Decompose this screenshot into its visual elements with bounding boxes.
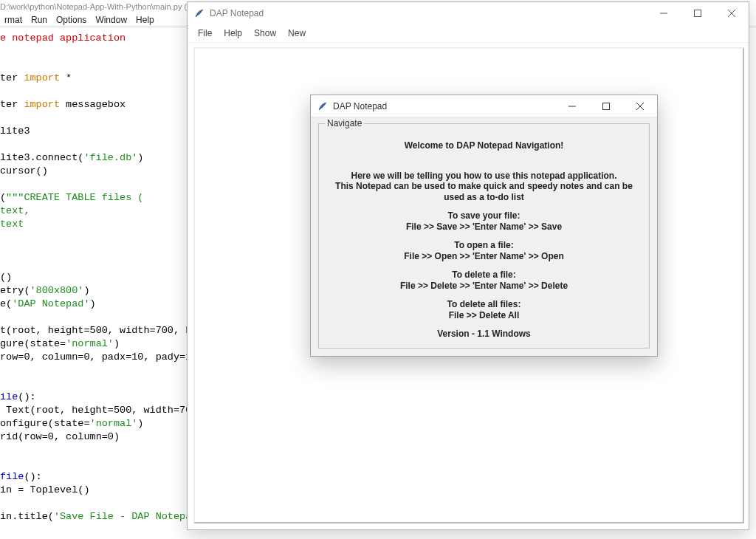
dialog-maximize-button[interactable] [589, 95, 623, 117]
dialog-minimize-button[interactable] [555, 95, 589, 117]
nav-open-heading: To open a file: [325, 240, 643, 251]
code-comment: e notepad application [0, 32, 126, 44]
menu-new[interactable]: New [282, 28, 312, 38]
feather-icon [317, 100, 329, 112]
nav-intro-2: This Notepad can be used to make quick a… [325, 181, 643, 202]
navigate-content: Welcome to DAP Notepad Navigation! Here … [325, 140, 643, 340]
nav-intro-1: Here we will be telling you how to use t… [325, 171, 643, 182]
menu-file[interactable]: File [192, 28, 218, 38]
nav-welcome: Welcome to DAP Notepad Navigation! [325, 140, 643, 151]
idle-menu-window[interactable]: Window [91, 15, 131, 25]
idle-menu-options[interactable]: Options [52, 15, 91, 25]
idle-menu-help[interactable]: Help [131, 15, 159, 25]
nav-save-heading: To save your file: [325, 210, 643, 222]
dap-main-menubar: File Help Show New [188, 24, 749, 42]
dialog-body: Navigate Welcome to DAP Notepad Navigati… [311, 117, 657, 356]
labelframe-title: Navigate [325, 118, 364, 128]
idle-menu-run[interactable]: Run [27, 15, 52, 25]
nav-delete-all-heading: To delete all files: [325, 299, 643, 310]
nav-open-text: File >> Open >> 'Enter Name' >> Open [325, 251, 643, 262]
nav-save-text: File >> Save >> 'Enter Name' >> Save [325, 222, 643, 233]
menu-help[interactable]: Help [218, 28, 248, 38]
dialog-title: DAP Notepad [333, 101, 387, 111]
feather-icon [193, 7, 205, 19]
dap-main-titlebar[interactable]: DAP Notepad [188, 2, 749, 24]
maximize-button[interactable] [681, 2, 715, 24]
close-button[interactable] [715, 2, 749, 24]
dialog-close-button[interactable] [623, 95, 657, 117]
dap-navigate-dialog: DAP Notepad Navigate Welcome to DAP Note… [310, 95, 658, 357]
navigate-labelframe: Navigate Welcome to DAP Notepad Navigati… [318, 123, 650, 349]
menu-show[interactable]: Show [248, 28, 282, 38]
svg-rect-7 [603, 103, 610, 110]
nav-version: Version - 1.1 Windows [325, 329, 643, 340]
minimize-button[interactable] [647, 2, 681, 24]
svg-rect-2 [695, 10, 701, 17]
nav-delete-all-text: File >> Delete All [325, 310, 643, 321]
dialog-titlebar[interactable]: DAP Notepad [311, 95, 657, 117]
nav-delete-heading: To delete a file: [325, 270, 643, 281]
dap-main-title: DAP Notepad [210, 8, 264, 18]
idle-menu-format[interactable]: rmat [0, 15, 27, 25]
nav-delete-text: File >> Delete >> 'Enter Name' >> Delete [325, 281, 643, 292]
